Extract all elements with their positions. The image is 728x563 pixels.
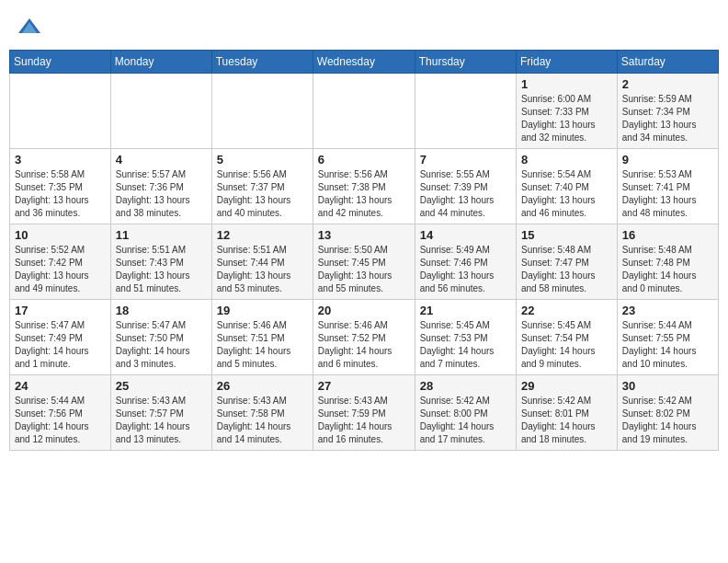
weekday-header-monday: Monday <box>110 51 211 74</box>
day-number: 10 <box>15 228 106 242</box>
day-info: Sunrise: 5:43 AM Sunset: 7:58 PM Dayligh… <box>217 395 308 446</box>
day-cell: 28Sunrise: 5:42 AM Sunset: 8:00 PM Dayli… <box>415 375 516 451</box>
day-info: Sunrise: 5:44 AM Sunset: 7:55 PM Dayligh… <box>622 319 713 371</box>
weekday-header-wednesday: Wednesday <box>313 51 415 74</box>
day-info: Sunrise: 5:48 AM Sunset: 7:47 PM Dayligh… <box>521 244 612 295</box>
day-cell <box>110 74 211 149</box>
day-cell: 24Sunrise: 5:44 AM Sunset: 7:56 PM Dayli… <box>10 375 111 451</box>
day-info: Sunrise: 5:42 AM Sunset: 8:00 PM Dayligh… <box>420 395 511 446</box>
day-info: Sunrise: 5:43 AM Sunset: 7:59 PM Dayligh… <box>318 395 410 446</box>
day-number: 7 <box>420 153 511 167</box>
day-info: Sunrise: 5:51 AM Sunset: 7:43 PM Dayligh… <box>116 244 207 295</box>
day-info: Sunrise: 6:00 AM Sunset: 7:33 PM Dayligh… <box>521 93 612 144</box>
day-cell: 8Sunrise: 5:54 AM Sunset: 7:40 PM Daylig… <box>516 149 617 224</box>
day-cell: 5Sunrise: 5:56 AM Sunset: 7:37 PM Daylig… <box>211 149 313 224</box>
day-cell: 10Sunrise: 5:52 AM Sunset: 7:42 PM Dayli… <box>10 224 111 300</box>
day-cell: 11Sunrise: 5:51 AM Sunset: 7:43 PM Dayli… <box>110 224 211 300</box>
day-cell: 9Sunrise: 5:53 AM Sunset: 7:41 PM Daylig… <box>617 149 718 224</box>
day-number: 4 <box>116 153 207 167</box>
day-cell: 27Sunrise: 5:43 AM Sunset: 7:59 PM Dayli… <box>313 375 415 451</box>
day-number: 25 <box>116 379 207 393</box>
weekday-header-sunday: Sunday <box>10 51 111 74</box>
day-cell: 15Sunrise: 5:48 AM Sunset: 7:47 PM Dayli… <box>516 224 617 300</box>
day-number: 28 <box>420 379 511 393</box>
day-cell: 29Sunrise: 5:42 AM Sunset: 8:01 PM Dayli… <box>516 375 617 451</box>
day-cell <box>415 74 516 149</box>
day-info: Sunrise: 5:54 AM Sunset: 7:40 PM Dayligh… <box>521 168 612 220</box>
week-row-5: 24Sunrise: 5:44 AM Sunset: 7:56 PM Dayli… <box>10 375 719 451</box>
day-info: Sunrise: 5:57 AM Sunset: 7:36 PM Dayligh… <box>116 168 207 220</box>
day-number: 2 <box>622 77 713 91</box>
day-cell: 20Sunrise: 5:46 AM Sunset: 7:52 PM Dayli… <box>313 300 415 375</box>
day-info: Sunrise: 5:43 AM Sunset: 7:57 PM Dayligh… <box>116 395 207 446</box>
day-cell: 12Sunrise: 5:51 AM Sunset: 7:44 PM Dayli… <box>211 224 313 300</box>
day-number: 8 <box>521 153 612 167</box>
day-info: Sunrise: 5:55 AM Sunset: 7:39 PM Dayligh… <box>420 168 511 220</box>
day-cell: 16Sunrise: 5:48 AM Sunset: 7:48 PM Dayli… <box>617 224 718 300</box>
day-number: 12 <box>217 228 308 242</box>
day-cell: 4Sunrise: 5:57 AM Sunset: 7:36 PM Daylig… <box>110 149 211 224</box>
day-number: 3 <box>15 153 106 167</box>
day-cell: 26Sunrise: 5:43 AM Sunset: 7:58 PM Dayli… <box>211 375 313 451</box>
day-number: 19 <box>217 304 308 317</box>
day-info: Sunrise: 5:58 AM Sunset: 7:35 PM Dayligh… <box>15 168 106 220</box>
day-info: Sunrise: 5:47 AM Sunset: 7:49 PM Dayligh… <box>15 319 106 371</box>
weekday-header-row: SundayMondayTuesdayWednesdayThursdayFrid… <box>10 51 719 74</box>
day-number: 21 <box>420 304 511 317</box>
day-cell <box>211 74 313 149</box>
day-cell: 18Sunrise: 5:47 AM Sunset: 7:50 PM Dayli… <box>110 300 211 375</box>
day-number: 1 <box>521 77 612 91</box>
day-cell: 30Sunrise: 5:42 AM Sunset: 8:02 PM Dayli… <box>617 375 718 451</box>
weekday-header-saturday: Saturday <box>617 51 718 74</box>
day-cell: 14Sunrise: 5:49 AM Sunset: 7:46 PM Dayli… <box>415 224 516 300</box>
day-info: Sunrise: 5:52 AM Sunset: 7:42 PM Dayligh… <box>15 244 106 295</box>
day-info: Sunrise: 5:42 AM Sunset: 8:02 PM Dayligh… <box>622 395 713 446</box>
page-header <box>9 9 719 46</box>
day-number: 17 <box>15 304 106 317</box>
day-info: Sunrise: 5:47 AM Sunset: 7:50 PM Dayligh… <box>116 319 207 371</box>
day-number: 6 <box>318 153 410 167</box>
day-number: 18 <box>116 304 207 317</box>
day-number: 11 <box>116 228 207 242</box>
day-cell: 17Sunrise: 5:47 AM Sunset: 7:49 PM Dayli… <box>10 300 111 375</box>
day-number: 15 <box>521 228 612 242</box>
day-number: 22 <box>521 304 612 317</box>
day-number: 24 <box>15 379 106 393</box>
day-info: Sunrise: 5:51 AM Sunset: 7:44 PM Dayligh… <box>217 244 308 295</box>
week-row-1: 1Sunrise: 6:00 AM Sunset: 7:33 PM Daylig… <box>10 74 719 149</box>
day-number: 16 <box>622 228 713 242</box>
day-cell: 13Sunrise: 5:50 AM Sunset: 7:45 PM Dayli… <box>313 224 415 300</box>
day-number: 30 <box>622 379 713 393</box>
day-cell: 1Sunrise: 6:00 AM Sunset: 7:33 PM Daylig… <box>516 74 617 149</box>
day-cell: 19Sunrise: 5:46 AM Sunset: 7:51 PM Dayli… <box>211 300 313 375</box>
day-info: Sunrise: 5:46 AM Sunset: 7:52 PM Dayligh… <box>318 319 410 371</box>
calendar-table: SundayMondayTuesdayWednesdayThursdayFrid… <box>9 50 719 451</box>
day-cell: 22Sunrise: 5:45 AM Sunset: 7:54 PM Dayli… <box>516 300 617 375</box>
day-cell: 7Sunrise: 5:55 AM Sunset: 7:39 PM Daylig… <box>415 149 516 224</box>
week-row-4: 17Sunrise: 5:47 AM Sunset: 7:49 PM Dayli… <box>10 300 719 375</box>
day-cell: 21Sunrise: 5:45 AM Sunset: 7:53 PM Dayli… <box>415 300 516 375</box>
day-info: Sunrise: 5:56 AM Sunset: 7:38 PM Dayligh… <box>318 168 410 220</box>
day-number: 14 <box>420 228 511 242</box>
week-row-2: 3Sunrise: 5:58 AM Sunset: 7:35 PM Daylig… <box>10 149 719 224</box>
logo-icon <box>17 15 42 40</box>
day-cell <box>313 74 415 149</box>
day-number: 23 <box>622 304 713 317</box>
day-cell: 2Sunrise: 5:59 AM Sunset: 7:34 PM Daylig… <box>617 74 718 149</box>
day-number: 9 <box>622 153 713 167</box>
weekday-header-tuesday: Tuesday <box>211 51 313 74</box>
day-info: Sunrise: 5:48 AM Sunset: 7:48 PM Dayligh… <box>622 244 713 295</box>
day-number: 13 <box>318 228 410 242</box>
day-cell: 25Sunrise: 5:43 AM Sunset: 7:57 PM Dayli… <box>110 375 211 451</box>
week-row-3: 10Sunrise: 5:52 AM Sunset: 7:42 PM Dayli… <box>10 224 719 300</box>
day-number: 29 <box>521 379 612 393</box>
day-number: 27 <box>318 379 410 393</box>
day-info: Sunrise: 5:56 AM Sunset: 7:37 PM Dayligh… <box>217 168 308 220</box>
day-info: Sunrise: 5:45 AM Sunset: 7:54 PM Dayligh… <box>521 319 612 371</box>
day-cell <box>10 74 111 149</box>
day-info: Sunrise: 5:42 AM Sunset: 8:01 PM Dayligh… <box>521 395 612 446</box>
day-number: 5 <box>217 153 308 167</box>
day-info: Sunrise: 5:46 AM Sunset: 7:51 PM Dayligh… <box>217 319 308 371</box>
day-cell: 3Sunrise: 5:58 AM Sunset: 7:35 PM Daylig… <box>10 149 111 224</box>
logo <box>17 15 46 40</box>
